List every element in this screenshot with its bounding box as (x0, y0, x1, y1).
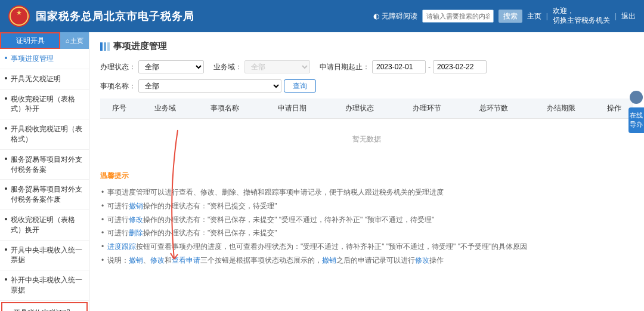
page-title: 事项进度管理 (113, 41, 167, 52)
date-field: 申请日期起止： - (320, 60, 487, 73)
table-header-cell: 办理环节 (393, 98, 460, 119)
switch-authority[interactable]: 欢迎， 切换主管税务机关 (553, 7, 610, 25)
divider: | (615, 12, 617, 20)
sidebar-item[interactable]: 开具无欠税证明 (0, 69, 89, 90)
content-area: 事项进度管理 办理状态： 全部 业务域： 全部 申请日期起止： - 事项名称： … (89, 32, 644, 311)
sidebar-item[interactable]: 税收完税证明（表格式）换开 (0, 210, 89, 241)
table-header-cell: 序号 (100, 98, 138, 119)
tip-item: 可进行撤销操作的办理状态有："资料已提交，待受理" (100, 199, 633, 213)
domain-select: 全部 (244, 60, 310, 73)
search-button[interactable]: 搜索 (499, 10, 522, 23)
tip-item: 进度跟踪按钮可查看事项办理的进度，也可查看办理状态为："受理不通过，待补齐补正"… (100, 240, 633, 254)
date-to-input[interactable] (433, 60, 487, 73)
sidebar-menu: 事项进度管理开具无欠税证明税收完税证明（表格式）补开开具税收完税证明（表格式）服… (0, 49, 89, 311)
sidebar-item[interactable]: 开具税收完税证明（表格式） (0, 119, 89, 150)
logo-emblem (8, 5, 30, 27)
search-input[interactable] (422, 10, 494, 23)
sidebar-item[interactable]: 补开中央非税收入统一票据 (0, 270, 89, 301)
status-field: 办理状态： 全部 (100, 60, 204, 73)
tip-item: 事项进度管理可以进行查看、修改、删除、撤销和跟踪事项申请记录，便于纳税人跟进税务… (100, 186, 633, 199)
tips-list: 事项进度管理可以进行查看、修改、删除、撤销和跟踪事项申请记录，便于纳税人跟进税务… (100, 186, 633, 267)
sidebar-item[interactable]: 服务贸易等项目对外支付税务备案 (0, 150, 89, 180)
tip-item: 可进行修改操作的办理状态有："资料已保存，未提交" "受理不通过，待补齐补正" … (100, 213, 633, 227)
sidebar-top: 证明开具 ⌂ 主页 (0, 32, 89, 49)
sidebar-category-tab[interactable]: 证明开具 (0, 32, 60, 49)
welcome-text: 欢迎， (553, 7, 574, 15)
eye-icon: ◐ (373, 12, 379, 20)
main-layout: 证明开具 ⌂ 主页 事项进度管理开具无欠税证明税收完税证明（表格式）补开开具税收… (0, 32, 644, 311)
site-title: 国家税务总局北京市电子税务局 (36, 9, 194, 23)
sidebar-item[interactable]: 事项进度管理 (0, 49, 89, 69)
table-header-cell: 申请日期 (259, 98, 326, 119)
filter-bar: 办理状态： 全部 业务域： 全部 申请日期起止： - 事项名称： 全部 查询 (100, 60, 633, 93)
header-actions: ◐ 无障碍阅读 搜索 主页 | 欢迎， 切换主管税务机关 | 退出 (373, 7, 636, 25)
table-header-cell: 业务域 (138, 98, 191, 119)
sidebar-home-button[interactable]: ⌂ 主页 (60, 32, 89, 49)
status-label: 办理状态： (100, 62, 136, 72)
query-button[interactable]: 查询 (284, 79, 316, 93)
date-from-input[interactable] (372, 60, 426, 73)
assistant-avatar[interactable] (630, 91, 643, 104)
accessibility-label: 无障碍阅读 (382, 11, 417, 21)
table-header-cell: 操作 (595, 98, 633, 119)
table-header-cell: 总环节数 (460, 98, 528, 119)
status-select[interactable]: 全部 (138, 60, 204, 73)
online-help-tab[interactable]: 在线导办 (628, 107, 644, 133)
sidebar-item[interactable]: 服务贸易等项目对外支付税务备案作废 (0, 180, 89, 210)
table-empty-row: 暂无数据 (100, 119, 633, 161)
name-label: 事项名称： (100, 81, 136, 91)
tip-item: 说明：撤销、修改和查看申请三个按钮是根据事项状态动态展示的，撤销之后的申请记录可… (100, 254, 633, 267)
table-header-cell: 事项名称 (191, 98, 259, 119)
app-header: 国家税务总局北京市电子税务局 ◐ 无障碍阅读 搜索 主页 | 欢迎， 切换主管税… (0, 0, 644, 32)
sidebar-item[interactable]: 开具税收完税证明（文书式） (1, 302, 88, 311)
date-separator: - (428, 63, 431, 71)
tips-title: 温馨提示 (100, 171, 633, 181)
tip-item: 可进行删除操作的办理状态有："资料已保存，未提交" (100, 226, 633, 240)
switch-text: 切换主管税务机关 (553, 16, 610, 24)
page-title-block: 事项进度管理 (100, 41, 633, 52)
logout-link[interactable]: 退出 (621, 11, 636, 21)
home-link[interactable]: 主页 (527, 11, 541, 21)
home-icon: ⌂ (66, 37, 70, 44)
empty-message: 暂无数据 (100, 119, 633, 161)
domain-label: 业务域： (213, 62, 242, 72)
table-header-cell: 办理状态 (326, 98, 394, 119)
sidebar: 证明开具 ⌂ 主页 事项进度管理开具无欠税证明税收完税证明（表格式）补开开具税收… (0, 32, 89, 311)
domain-field: 业务域： 全部 (213, 60, 310, 73)
sidebar-item[interactable]: 开具中央非税收入统一票据 (0, 241, 89, 271)
name-field: 事项名称： 全部 查询 (100, 79, 633, 93)
accessibility-toggle[interactable]: ◐ 无障碍阅读 (373, 11, 417, 21)
sidebar-item[interactable]: 税收完税证明（表格式）补开 (0, 90, 89, 120)
divider: | (546, 12, 548, 20)
name-select[interactable]: 全部 (138, 79, 281, 93)
table-header-row: 序号业务域事项名称申请日期办理状态办理环节总环节数办结期限操作 (100, 98, 633, 119)
table-header-cell: 办结期限 (528, 98, 595, 119)
date-label: 申请日期起止： (320, 62, 370, 72)
sidebar-home-label: 主页 (70, 36, 83, 45)
title-bars-icon (100, 42, 110, 51)
results-table: 序号业务域事项名称申请日期办理状态办理环节总环节数办结期限操作 暂无数据 (100, 98, 633, 160)
